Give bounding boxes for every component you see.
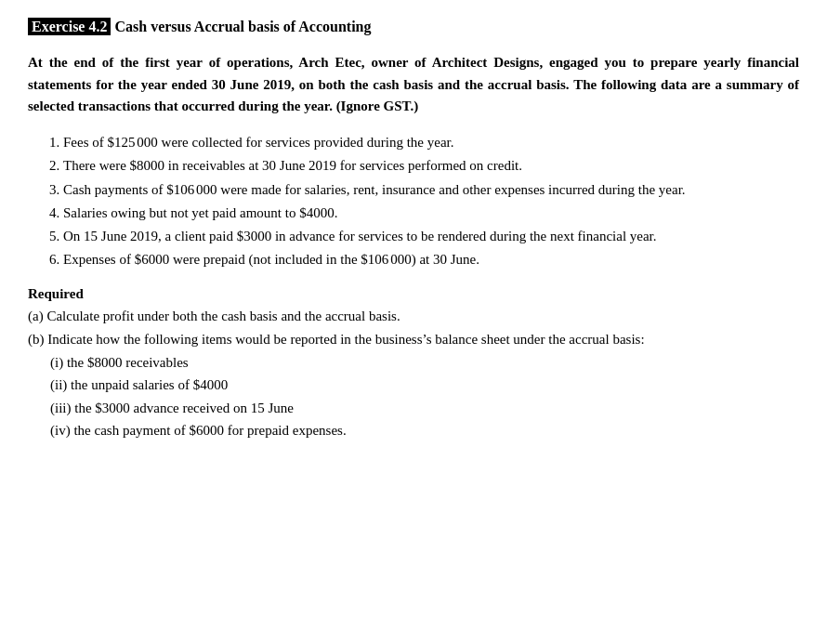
transactions-list: Fees of $125 000 were collected for serv…: [46, 132, 799, 271]
sub-item-i: (i) the $8000 receivables: [50, 352, 799, 374]
required-section: Required (a) Calculate profit under both…: [28, 286, 799, 442]
list-item: On 15 June 2019, a client paid $3000 in …: [63, 226, 799, 247]
sub-item-ii: (ii) the unpaid salaries of $4000: [50, 375, 799, 396]
sub-items-list: (i) the $8000 receivables (ii) the unpai…: [50, 352, 799, 441]
exercise-title: Exercise 4.2 Cash versus Accrual basis o…: [28, 17, 799, 37]
title-rest: Cash versus Accrual basis of Accounting: [111, 19, 371, 34]
required-part-b-intro: (b) Indicate how the following items wou…: [28, 329, 799, 350]
sub-item-iv: (iv) the cash payment of $6000 for prepa…: [50, 420, 799, 441]
list-item: Fees of $125 000 were collected for serv…: [63, 132, 799, 153]
required-part-a: (a) Calculate profit under both the cash…: [28, 306, 799, 327]
list-item: There were $8000 in receivables at 30 Ju…: [63, 155, 799, 177]
list-item: Cash payments of $106 000 were made for …: [63, 179, 799, 201]
intro-paragraph: At the end of the first year of operatio…: [28, 52, 799, 117]
list-item: Expenses of $6000 were prepaid (not incl…: [63, 249, 799, 270]
list-item: Salaries owing but not yet paid amount t…: [63, 203, 799, 224]
sub-item-iii: (iii) the $3000 advance received on 15 J…: [50, 398, 799, 419]
required-title: Required: [28, 286, 799, 302]
page-container: Exercise 4.2 Cash versus Accrual basis o…: [28, 17, 799, 441]
exercise-label: Exercise 4.2: [28, 18, 111, 35]
